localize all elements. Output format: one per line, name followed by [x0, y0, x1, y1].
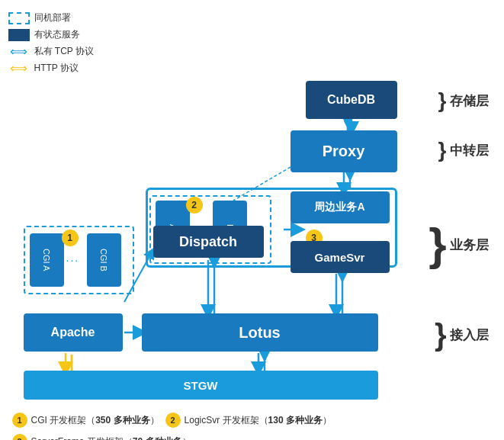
- fn-badge-3: 3: [12, 434, 27, 440]
- fn-text-3: ServerFrame 开发框架（70 多种业务）: [31, 435, 191, 441]
- layer-relay: } 中转层: [438, 138, 489, 162]
- legend-arrow-blue-icon: ⟺: [8, 47, 30, 57]
- dispatch-block: Dispatch: [153, 226, 264, 258]
- stgw-label: STGW: [184, 379, 218, 392]
- cubedb-label: CubeDB: [327, 93, 375, 107]
- apache-block: Apache: [24, 313, 123, 352]
- legend-label-colocate: 同机部署: [34, 11, 71, 24]
- fn-text-2: LogicSvr 开发框架（130 多种业务）: [185, 414, 332, 427]
- legend-label-http: HTTP 协议: [34, 62, 79, 75]
- access-label: 接入层: [450, 326, 489, 344]
- cgi-b-block: CGI B: [87, 233, 121, 287]
- business-label: 业务层: [450, 236, 489, 254]
- business-brace: }: [429, 222, 446, 268]
- legend-item-stateful: 有状态服务: [8, 28, 130, 41]
- architecture-diagram: CubeDB Proxy 周边业务A 3 GameSvr 活动A ···: [8, 77, 496, 405]
- layer-access: } 接入层: [435, 320, 489, 350]
- legend-item-tcp: ⟺ 私有 TCP 协议: [8, 45, 130, 58]
- lotus-label: Lotus: [239, 324, 280, 342]
- biz-a-block: 周边业务A: [291, 191, 390, 223]
- legend-item-colocate: 同机部署: [8, 11, 130, 24]
- gamesvr-block: GameSvr: [291, 241, 390, 273]
- cgi-dots: ···: [66, 254, 80, 266]
- fn-badge-2: 2: [165, 413, 181, 428]
- cubedb-block: CubeDB: [306, 81, 397, 119]
- badge-1: 1: [62, 230, 79, 246]
- footnote-2: 2 LogicSvr 开发框架（130 多种业务）: [165, 413, 332, 428]
- legend-dashed-icon: [8, 12, 30, 24]
- proxy-block: Proxy: [291, 130, 397, 172]
- footnote-1: 1 CGI 开发框架（350 多种业务）: [12, 413, 159, 428]
- footnote-3: 3 ServerFrame 开发框架（70 多种业务）: [12, 434, 493, 440]
- relay-label: 中转层: [450, 142, 489, 159]
- cgi-b-label: CGI B: [99, 249, 108, 271]
- legend-label-tcp: 私有 TCP 协议: [34, 45, 94, 58]
- storage-brace: }: [438, 88, 447, 113]
- legend-solid-icon: [8, 29, 30, 41]
- lotus-block: Lotus: [142, 313, 378, 352]
- main-container: 同机部署 有状态服务 ⟺ 私有 TCP 协议 ⟺ HTTP 协议: [8, 8, 496, 440]
- apache-label: Apache: [51, 326, 95, 339]
- footnotes: 1 CGI 开发框架（350 多种业务） 2 LogicSvr 开发框架（130…: [8, 413, 496, 440]
- layer-storage: } 存储层: [438, 88, 489, 113]
- biz-a-label: 周边业务A: [314, 201, 364, 214]
- layer-business: } 业务层: [429, 222, 488, 268]
- relay-brace: }: [438, 138, 447, 162]
- fn-text-1: CGI 开发框架（350 多种业务）: [31, 414, 159, 427]
- legend-item-http: ⟺ HTTP 协议: [8, 62, 130, 75]
- fn-badge-1: 1: [12, 413, 27, 428]
- storage-label: 存储层: [450, 92, 489, 110]
- legend: 同机部署 有状态服务 ⟺ 私有 TCP 协议 ⟺ HTTP 协议: [8, 11, 130, 75]
- legend-arrow-yellow-icon: ⟺: [8, 63, 30, 74]
- proxy-label: Proxy: [323, 143, 365, 160]
- cgi-a-block: CGI A: [30, 233, 64, 287]
- access-brace: }: [435, 320, 447, 350]
- legend-label-stateful: 有状态服务: [34, 28, 80, 41]
- dispatch-label: Dispatch: [179, 234, 237, 250]
- stgw-block: STGW: [24, 371, 378, 400]
- badge-2: 2: [186, 197, 203, 214]
- gamesvr-label: GameSvr: [315, 251, 365, 264]
- cgi-a-label: CGI A: [42, 249, 51, 271]
